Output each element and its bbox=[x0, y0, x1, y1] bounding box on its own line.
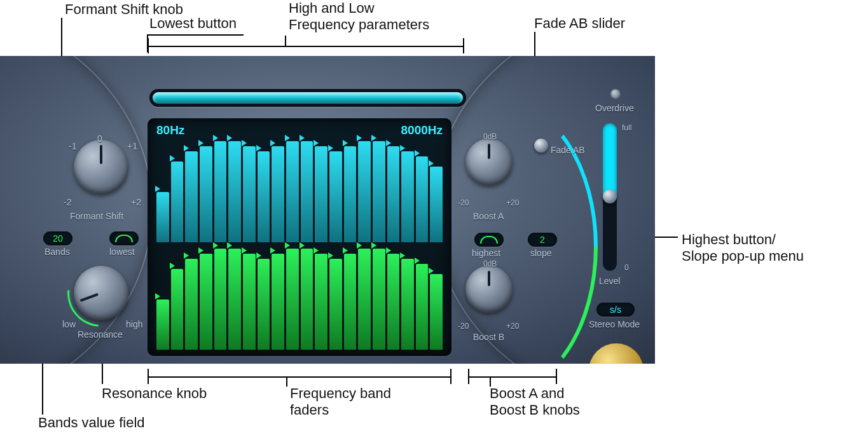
plugin-panel: 80Hz 8000Hz 0 -1 +1 -2 +2 Formant Shift … bbox=[0, 56, 655, 364]
band-fader[interactable] bbox=[156, 192, 169, 243]
band-fader[interactable] bbox=[272, 254, 284, 350]
highest-label: highest bbox=[472, 248, 500, 258]
band-fader[interactable] bbox=[228, 141, 241, 242]
overdrive-led[interactable] bbox=[610, 89, 621, 99]
bank-a-faders[interactable] bbox=[154, 141, 445, 242]
band-fader[interactable] bbox=[416, 264, 429, 350]
bank-b-faders[interactable] bbox=[154, 249, 445, 350]
band-fader[interactable] bbox=[387, 146, 400, 242]
boost-a-knob[interactable] bbox=[465, 139, 513, 186]
band-fader[interactable] bbox=[344, 254, 357, 350]
slope-popup[interactable]: 2 bbox=[528, 233, 557, 247]
resonance-label: Resonance bbox=[78, 329, 123, 340]
stereo-mode-label: Stereo Mode bbox=[589, 319, 640, 329]
band-fader[interactable] bbox=[243, 254, 256, 350]
output-knob[interactable] bbox=[589, 343, 644, 364]
band-fader[interactable] bbox=[200, 254, 212, 350]
resonance-knob[interactable] bbox=[74, 266, 128, 320]
band-fader[interactable] bbox=[329, 259, 342, 350]
annotation-freq-faders: Frequency band faders bbox=[290, 385, 391, 419]
annotation-resonance: Resonance knob bbox=[102, 385, 207, 402]
band-fader[interactable] bbox=[243, 146, 256, 242]
band-fader[interactable] bbox=[387, 254, 400, 350]
band-fader[interactable] bbox=[416, 156, 429, 242]
band-fader[interactable] bbox=[373, 141, 385, 242]
band-fader[interactable] bbox=[214, 141, 227, 242]
band-fader[interactable] bbox=[430, 274, 443, 350]
band-fader[interactable] bbox=[301, 141, 313, 242]
band-fader[interactable] bbox=[286, 141, 299, 242]
band-fader[interactable] bbox=[228, 249, 241, 350]
fade-ab-slider[interactable] bbox=[534, 139, 548, 153]
boost-a-label: Boost A bbox=[473, 211, 504, 221]
band-fader[interactable] bbox=[214, 249, 227, 350]
band-fader[interactable] bbox=[358, 249, 371, 350]
band-fader[interactable] bbox=[329, 151, 342, 242]
overdrive-label: Overdrive bbox=[595, 103, 634, 113]
bands-value-field[interactable]: 20 bbox=[43, 231, 72, 245]
lowest-label: lowest bbox=[109, 247, 135, 257]
formant-shift-label: Formant Shift bbox=[70, 211, 123, 221]
band-fader[interactable] bbox=[258, 259, 270, 350]
band-fader[interactable] bbox=[315, 254, 327, 350]
annotation-lowest-button: Lowest button bbox=[149, 15, 237, 32]
frequency-range-bar[interactable] bbox=[149, 89, 466, 107]
highest-button[interactable] bbox=[474, 233, 504, 247]
stereo-mode-popup[interactable]: s/s bbox=[596, 303, 635, 317]
annotation-freq-params: High and Low Frequency parameters bbox=[289, 0, 429, 34]
formant-shift-knob[interactable] bbox=[74, 140, 128, 195]
low-hz-readout: 80Hz bbox=[156, 123, 184, 137]
band-fader[interactable] bbox=[373, 249, 385, 350]
band-fader[interactable] bbox=[258, 151, 270, 242]
high-hz-readout: 8000Hz bbox=[401, 123, 443, 137]
band-fader[interactable] bbox=[272, 146, 284, 242]
band-fader[interactable] bbox=[315, 146, 327, 242]
band-fader[interactable] bbox=[401, 151, 414, 242]
band-fader[interactable] bbox=[430, 167, 443, 242]
boost-b-knob[interactable] bbox=[465, 266, 513, 313]
band-fader[interactable] bbox=[185, 151, 198, 242]
band-fader[interactable] bbox=[171, 162, 184, 242]
annotation-highest-slope: Highest button/ Slope pop-up menu bbox=[682, 231, 804, 265]
annotation-boost-knobs: Boost A and Boost B knobs bbox=[490, 385, 580, 419]
band-fader[interactable] bbox=[200, 146, 212, 242]
level-slider-thumb[interactable] bbox=[603, 189, 617, 203]
annotation-fade-ab: Fade AB slider bbox=[534, 15, 625, 32]
level-label: Level bbox=[599, 276, 620, 286]
band-fader[interactable] bbox=[171, 269, 184, 350]
annotation-bands-field: Bands value field bbox=[38, 415, 145, 431]
fade-ab-label: Fade AB bbox=[551, 145, 585, 155]
band-fader[interactable] bbox=[401, 259, 414, 350]
band-fader[interactable] bbox=[286, 249, 299, 350]
band-fader[interactable] bbox=[358, 141, 371, 242]
band-fader[interactable] bbox=[156, 299, 169, 350]
slope-label: slope bbox=[530, 248, 551, 258]
bands-label: Bands bbox=[45, 247, 70, 257]
frequency-band-display: 80Hz 8000Hz bbox=[148, 118, 451, 356]
band-fader[interactable] bbox=[185, 259, 198, 350]
band-fader[interactable] bbox=[344, 146, 357, 242]
lowest-button[interactable] bbox=[109, 231, 139, 245]
boost-b-label: Boost B bbox=[473, 332, 504, 342]
band-fader[interactable] bbox=[301, 249, 313, 350]
